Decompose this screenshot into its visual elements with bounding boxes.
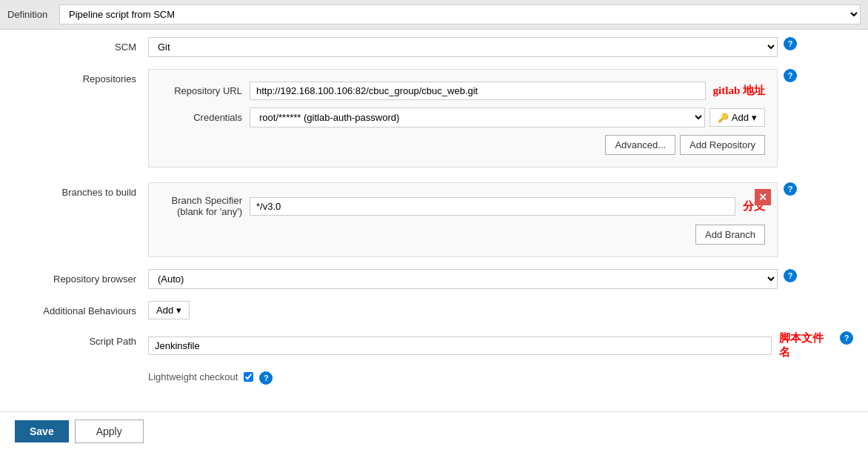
save-button[interactable]: Save xyxy=(15,420,69,442)
script-path-content: 脚本文件名 ? xyxy=(148,331,853,359)
lightweight-section: Lightweight checkout ? xyxy=(15,371,853,385)
add-branch-button[interactable]: Add Branch xyxy=(695,225,765,245)
script-path-label: Script Path xyxy=(15,331,148,347)
repo-browser-label: Repository browser xyxy=(15,269,148,285)
repo-browser-section: Repository browser (Auto) ? xyxy=(15,269,853,289)
scm-label: SCM xyxy=(15,37,148,53)
additional-behaviours-content: Add ▾ xyxy=(148,301,853,319)
remove-branch-button[interactable]: ✕ xyxy=(755,189,771,205)
additional-behaviours-section: Additional Behaviours Add ▾ xyxy=(15,301,853,319)
scm-content: None Git ? xyxy=(148,37,797,57)
branch-specifier-input[interactable] xyxy=(250,197,735,216)
branches-section: Branches to build ✕ Branch Specifier (bl… xyxy=(15,182,853,257)
repo-buttons-row: Advanced... Add Repository xyxy=(161,135,765,155)
branches-label: Branches to build xyxy=(15,182,148,198)
credentials-add-button[interactable]: 🔑 Add ▾ xyxy=(710,108,765,127)
branch-specifier-row: Branch Specifier (blank for 'any') 分支 xyxy=(161,195,765,217)
scm-help-icon[interactable]: ? xyxy=(784,37,797,50)
dropdown-arrow-icon2: ▾ xyxy=(176,305,181,316)
script-path-help-icon[interactable]: ? xyxy=(840,331,853,345)
repo-browser-content: (Auto) ? xyxy=(148,269,797,289)
add-repository-button[interactable]: Add Repository xyxy=(680,135,765,155)
dropdown-arrow-icon: ▾ xyxy=(752,112,757,123)
apply-button[interactable]: Apply xyxy=(75,419,144,443)
repo-url-input[interactable] xyxy=(250,82,706,100)
footer-row: Save Apply xyxy=(0,411,868,451)
lightweight-content: Lightweight checkout ? xyxy=(148,371,273,385)
repo-url-label: Repository URL xyxy=(161,85,250,96)
script-path-input[interactable] xyxy=(148,336,772,355)
lightweight-label: Lightweight checkout xyxy=(148,371,238,382)
repo-url-row: Repository URL gitlab 地址 xyxy=(161,82,765,100)
repositories-content: Repository URL gitlab 地址 Credentials roo… xyxy=(148,69,797,170)
scm-select[interactable]: None Git xyxy=(148,37,778,57)
repositories-box: Repository URL gitlab 地址 Credentials roo… xyxy=(148,69,778,168)
repo-url-annotation: gitlab 地址 xyxy=(713,84,765,98)
credentials-row: Credentials root/****** (gitlab-auth-pas… xyxy=(161,107,765,127)
branch-specifier-label: Branch Specifier (blank for 'any') xyxy=(161,195,250,217)
repositories-section: Repositories Repository URL gitlab 地址 Cr… xyxy=(15,69,853,170)
repositories-help-icon[interactable]: ? xyxy=(784,69,797,82)
repo-browser-select[interactable]: (Auto) xyxy=(148,269,778,289)
branches-content: ✕ Branch Specifier (blank for 'any') 分支 … xyxy=(148,182,797,257)
lightweight-row: Lightweight checkout xyxy=(148,371,253,382)
key-icon: 🔑 xyxy=(718,113,729,123)
repo-browser-help-icon[interactable]: ? xyxy=(784,269,797,282)
script-path-annotation: 脚本文件名 xyxy=(779,331,834,359)
advanced-button[interactable]: Advanced... xyxy=(605,135,675,155)
definition-select[interactable]: Pipeline script from SCM Pipeline script xyxy=(59,4,861,24)
lightweight-help-icon[interactable]: ? xyxy=(259,371,273,385)
scm-section: SCM None Git ? xyxy=(15,37,853,57)
lightweight-checkbox[interactable] xyxy=(244,372,253,382)
credentials-label: Credentials xyxy=(161,112,250,123)
main-content: SCM None Git ? Repositories Repository U… xyxy=(0,30,868,411)
additional-behaviours-label: Additional Behaviours xyxy=(15,301,148,316)
definition-label: Definition xyxy=(7,9,59,20)
branches-help-icon[interactable]: ? xyxy=(784,182,797,196)
add-behaviours-button[interactable]: Add ▾ xyxy=(148,301,190,319)
page-container: Definition Pipeline script from SCM Pipe… xyxy=(0,0,868,461)
credentials-select[interactable]: root/****** (gitlab-auth-password) xyxy=(250,107,705,127)
lightweight-placeholder xyxy=(15,371,148,376)
definition-row: Definition Pipeline script from SCM Pipe… xyxy=(0,0,868,30)
repositories-label: Repositories xyxy=(15,69,148,84)
script-path-section: Script Path 脚本文件名 ? xyxy=(15,331,853,359)
credentials-group: root/****** (gitlab-auth-password) 🔑 Add… xyxy=(250,107,765,127)
branches-box: ✕ Branch Specifier (blank for 'any') 分支 … xyxy=(148,182,778,257)
add-branch-row: Add Branch xyxy=(161,225,765,245)
